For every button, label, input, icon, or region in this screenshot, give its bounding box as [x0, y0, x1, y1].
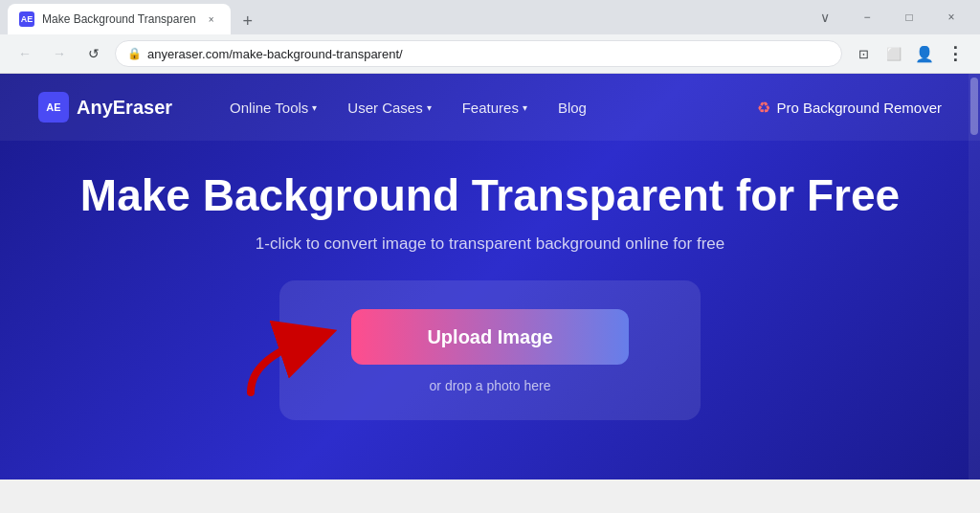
profile-button[interactable]: 👤: [911, 40, 938, 67]
upload-image-button[interactable]: Upload Image: [351, 309, 629, 365]
back-button[interactable]: ←: [11, 40, 38, 67]
scrollbar-thumb: [970, 78, 978, 135]
chevron-down-icon: ▾: [427, 102, 432, 113]
nav-links: Online Tools ▾ User Cases ▾ Features ▾ B…: [230, 99, 942, 117]
scrollbar[interactable]: [969, 74, 980, 480]
nav-features[interactable]: Features ▾: [462, 100, 527, 116]
nav-user-cases[interactable]: User Cases ▾: [347, 100, 431, 116]
active-tab[interactable]: AE Make Background Transparen ×: [8, 4, 231, 34]
logo-icon: AE: [38, 92, 69, 123]
window-close-button[interactable]: ×: [930, 2, 972, 33]
chevron-down-icon: ▾: [312, 102, 317, 113]
forward-icon: →: [53, 46, 66, 61]
hero-title: Make Background Transparent for Free: [80, 169, 900, 221]
arrow-pointer: [232, 311, 337, 411]
site-navigation: AE AnyEraser Online Tools ▾ User Cases ▾…: [0, 74, 980, 141]
logo-name: AnyEraser: [77, 97, 172, 119]
tab-favicon: AE: [19, 11, 34, 27]
site-logo[interactable]: AE AnyEraser: [38, 92, 172, 123]
window-more-button[interactable]: ∨: [804, 2, 846, 33]
lock-icon: 🔒: [127, 47, 142, 60]
drop-text: or drop a photo here: [430, 378, 551, 393]
pro-icon: ♻: [757, 99, 770, 117]
nav-blog[interactable]: Blog: [558, 100, 587, 116]
chevron-down-icon: ▾: [523, 102, 527, 113]
pro-background-remover-button[interactable]: ♻ Pro Background Remover: [757, 99, 942, 117]
hero-section: Make Background Transparent for Free 1-c…: [0, 141, 980, 420]
extensions-button[interactable]: ⬜: [880, 40, 907, 67]
url-text: anyeraser.com/make-background-transparen…: [147, 47, 830, 61]
window-maximize-button[interactable]: □: [888, 2, 930, 33]
upload-box[interactable]: Upload Image or drop a photo here: [279, 280, 701, 420]
back-icon: ←: [18, 46, 32, 61]
browser-chrome: AE Make Background Transparen × + ∨ − □ …: [0, 0, 980, 74]
forward-button[interactable]: →: [46, 40, 73, 67]
nav-right-icons: ⊡ ⬜ 👤 ⋮: [850, 40, 969, 67]
reload-icon: ↺: [88, 46, 100, 61]
window-minimize-button[interactable]: −: [846, 2, 888, 33]
hero-subtitle: 1-click to convert image to transparent …: [256, 234, 724, 254]
navigation-bar: ← → ↺ 🔒 anyeraser.com/make-background-tr…: [0, 34, 980, 73]
cast-button[interactable]: ⊡: [850, 40, 877, 67]
new-tab-button[interactable]: +: [234, 8, 261, 34]
address-bar[interactable]: 🔒 anyeraser.com/make-background-transpar…: [115, 40, 842, 67]
nav-online-tools[interactable]: Online Tools ▾: [230, 100, 317, 116]
menu-button[interactable]: ⋮: [942, 40, 969, 67]
upload-area-wrapper: Upload Image or drop a photo here: [279, 280, 701, 420]
tab-title: Make Background Transparen: [42, 12, 196, 26]
reload-button[interactable]: ↺: [80, 40, 107, 67]
website-content: AE AnyEraser Online Tools ▾ User Cases ▾…: [0, 74, 980, 480]
tab-close-button[interactable]: ×: [204, 11, 219, 27]
